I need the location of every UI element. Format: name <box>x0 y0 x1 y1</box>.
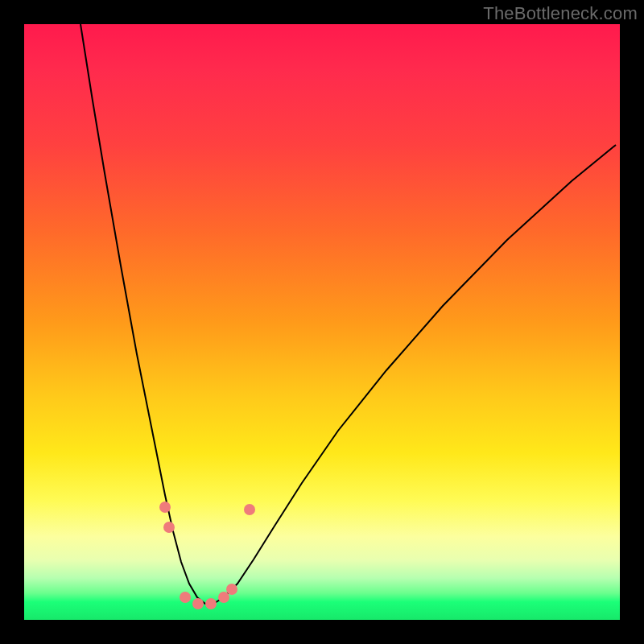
curve-marker <box>180 592 191 603</box>
curve-marker <box>159 502 171 513</box>
curve-marker <box>163 522 175 533</box>
curve-marker <box>192 598 204 609</box>
curve-marker <box>244 504 255 515</box>
curve-marker <box>218 592 229 603</box>
bottleneck-curve <box>80 24 616 604</box>
curve-marker <box>205 598 217 609</box>
watermark-text: TheBottleneck.com <box>483 3 638 24</box>
curve-markers <box>159 502 255 609</box>
chart-svg <box>24 24 620 620</box>
curve-marker <box>226 584 237 595</box>
